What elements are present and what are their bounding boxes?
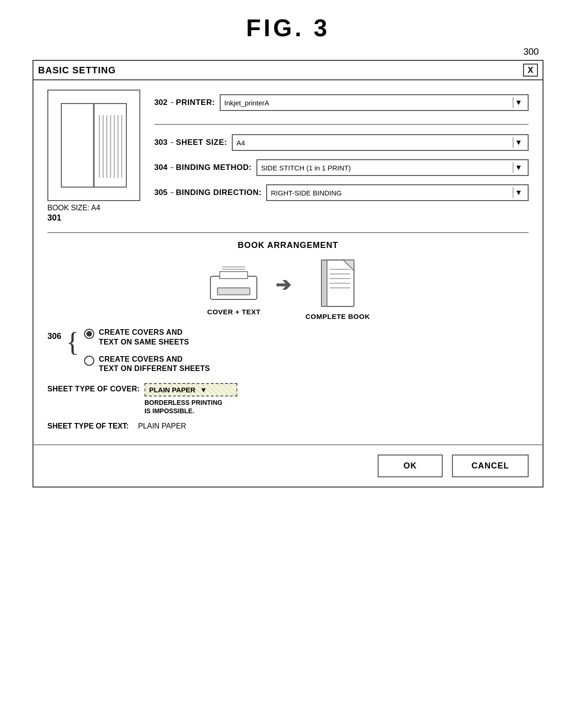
binding-direction-select[interactable]: RIGHT-SIDE BINDING ▼ [266, 184, 529, 201]
radio-section: 306 { CREATE COVERS ANDTEXT ON SAME SHEE… [47, 328, 529, 374]
sheet-type-cover-value: PLAIN PAPER [149, 386, 196, 394]
book-icon [57, 99, 131, 192]
radio-label-1: CREATE COVERS ANDTEXT ON SAME SHEETS [99, 328, 189, 347]
book-arrangement-heading: BOOK ARRANGEMENT [47, 240, 529, 250]
binding-method-tilde: ~ [170, 164, 174, 171]
figure-ref: 300 [524, 46, 539, 57]
radio-item-different-sheets[interactable]: CREATE COVERS ANDTEXT ON DIFFERENT SHEET… [84, 355, 210, 374]
sheet-type-cover-warning: BORDERLESS PRINTINGIS IMPOSSIBLE. [144, 398, 223, 415]
sheet-type-text-label: SHEET TYPE OF TEXT: [47, 422, 129, 430]
complete-book-icon [317, 258, 359, 309]
radio-label-2: CREATE COVERS ANDTEXT ON DIFFERENT SHEET… [99, 355, 210, 374]
printer-value: Inkjet_printerA [224, 99, 509, 107]
sheet-type-section: SHEET TYPE OF COVER: PLAIN PAPER ▼ BORDE… [47, 383, 529, 430]
dialog-footer: OK CANCEL [33, 444, 543, 487]
sheet-type-text-value: PLAIN PAPER [138, 422, 186, 430]
right-settings: 302 ~ PRINTER: Inkjet_printerA ▼ 303 ~ S [154, 90, 529, 223]
complete-book-item: COMPLETE BOOK [305, 258, 370, 320]
binding-direction-label: BINDING DIRECTION: [176, 188, 262, 197]
sheet-type-cover-select[interactable]: PLAIN PAPER ▼ [144, 383, 237, 396]
printer-label: PRINTER: [176, 98, 215, 107]
binding-direction-dropdown-arrow[interactable]: ▼ [513, 187, 524, 198]
figure-title: FIG. 3 [246, 14, 330, 42]
dialog-body: BOOK SIZE: A4 301 302 ~ PRINTER: Inkjet_… [33, 80, 543, 444]
cancel-button[interactable]: CANCEL [452, 455, 529, 477]
brace-icon: { [66, 328, 79, 356]
divider-1 [154, 124, 529, 125]
binding-direction-row: 305 ~ BINDING DIRECTION: RIGHT-SIDE BIND… [154, 184, 529, 201]
sheet-type-cover-wrapper: PLAIN PAPER ▼ BORDERLESS PRINTINGIS IMPO… [144, 383, 237, 415]
radio-circle-1[interactable] [84, 329, 94, 339]
book-preview [47, 90, 140, 201]
printer-icon [206, 262, 262, 304]
svg-rect-12 [220, 272, 248, 279]
arrangement-diagram: COVER + TEXT ➔ [47, 258, 529, 320]
radio-item-same-sheets[interactable]: CREATE COVERS ANDTEXT ON SAME SHEETS [84, 328, 210, 347]
cover-text-item: COVER + TEXT [206, 262, 262, 316]
svg-rect-17 [321, 260, 327, 306]
dialog-wrapper: BASIC SETTING X [33, 60, 543, 488]
sheet-size-tilde: ~ [170, 139, 174, 146]
printer-select[interactable]: Inkjet_printerA ▼ [220, 94, 529, 111]
complete-book-label: COMPLETE BOOK [305, 312, 370, 320]
sheet-type-text-row: SHEET TYPE OF TEXT: PLAIN PAPER [47, 422, 529, 430]
radio-circle-2[interactable] [84, 356, 94, 366]
printer-row: 302 ~ PRINTER: Inkjet_printerA ▼ [154, 94, 529, 111]
binding-direction-value: RIGHT-SIDE BINDING [271, 189, 509, 197]
radio-dot-1 [86, 331, 92, 337]
svg-rect-0 [61, 104, 94, 187]
sheet-type-cover-arrow[interactable]: ▼ [200, 386, 207, 394]
binding-method-select[interactable]: SIDE STITCH (1 in 1 PRINT) ▼ [256, 159, 529, 176]
sheet-type-cover-label: SHEET TYPE OF COVER: [47, 383, 140, 393]
sheet-type-cover-row: SHEET TYPE OF COVER: PLAIN PAPER ▼ BORDE… [47, 383, 529, 415]
ok-button[interactable]: OK [378, 455, 443, 477]
sheet-size-select[interactable]: A4 ▼ [232, 134, 529, 151]
radio-options: CREATE COVERS ANDTEXT ON SAME SHEETS CRE… [84, 328, 210, 374]
printer-ref: 302 [154, 98, 167, 107]
binding-method-row: 304 ~ BINDING METHOD: SIDE STITCH (1 in … [154, 159, 529, 176]
cover-text-label: COVER + TEXT [207, 308, 261, 316]
binding-direction-tilde: ~ [170, 189, 174, 196]
sheet-size-value: A4 [236, 139, 509, 147]
dialog-titlebar: BASIC SETTING X [33, 61, 543, 80]
book-size-container: BOOK SIZE: A4 301 [47, 201, 100, 223]
book-preview-inner [48, 91, 139, 200]
sheet-size-row: 303 ~ SHEET SIZE: A4 ▼ [154, 134, 529, 151]
sheet-size-dropdown-arrow[interactable]: ▼ [513, 137, 524, 148]
arrow-right-icon: ➔ [275, 274, 291, 295]
binding-method-dropdown-arrow[interactable]: ▼ [513, 162, 524, 173]
book-size-label: BOOK SIZE: A4 [47, 204, 100, 212]
ref-301: 301 [47, 213, 100, 223]
svg-rect-11 [217, 288, 250, 295]
printer-dropdown-arrow[interactable]: ▼ [513, 97, 524, 108]
sheet-size-ref: 303 [154, 138, 167, 147]
book-preview-container: BOOK SIZE: A4 301 [47, 90, 140, 223]
ref-306: 306 [47, 332, 61, 341]
close-button[interactable]: X [523, 64, 538, 77]
dialog-title: BASIC SETTING [38, 65, 116, 76]
top-section: BOOK SIZE: A4 301 302 ~ PRINTER: Inkjet_… [47, 90, 529, 223]
binding-method-value: SIDE STITCH (1 in 1 PRINT) [261, 164, 509, 172]
dialog: BASIC SETTING X [33, 60, 543, 488]
sheet-size-label: SHEET SIZE: [176, 138, 227, 147]
binding-method-label: BINDING METHOD: [176, 163, 252, 172]
printer-tilde: ~ [170, 99, 174, 106]
binding-method-ref: 304 [154, 163, 167, 172]
book-arrangement-section: BOOK ARRANGEMENT [47, 232, 529, 320]
binding-direction-ref: 305 [154, 188, 167, 197]
